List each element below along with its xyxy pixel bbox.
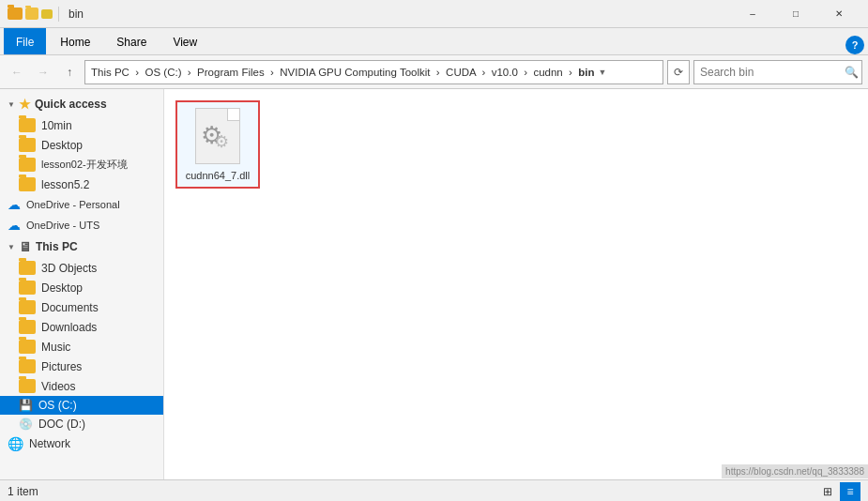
status-right: ⊞ ≡	[817, 482, 860, 501]
sidebar-item-network[interactable]: 🌐 Network	[0, 433, 163, 454]
title-text: bin	[69, 8, 84, 21]
sidebar-section-quick-access[interactable]: ▼ ★ Quick access	[0, 93, 163, 115]
folder-icon	[19, 261, 36, 275]
sidebar-item-3dobjects[interactable]: 3D Objects	[0, 258, 163, 278]
gear-small-icon: ⚙	[214, 131, 229, 152]
sidebar-item-label: 10min	[41, 119, 72, 132]
file-grid: ⚙ ⚙ cudnn64_7.dll	[172, 97, 860, 192]
sidebar-item-label: Network	[29, 437, 70, 450]
sidebar-item-desktop[interactable]: Desktop	[0, 278, 163, 297]
back-button[interactable]: ←	[6, 61, 28, 84]
up-button[interactable]: ↑	[58, 61, 81, 84]
network-icon: 🌐	[8, 436, 23, 451]
tab-file[interactable]: File	[4, 28, 46, 54]
ribbon-tabs: File Home Share View ?	[0, 28, 868, 54]
sidebar-item-label: Desktop	[41, 281, 83, 295]
content-area: ⚙ ⚙ cudnn64_7.dll	[164, 89, 868, 479]
chevron-icon: ▼	[8, 243, 15, 251]
cloud-icon: ☁	[8, 218, 21, 233]
breadcrumb-text: This PC › OS (C:) › Program Files › NVID…	[91, 67, 595, 78]
folder-icon	[19, 177, 36, 191]
main-layout: ▼ ★ Quick access 10min Desktop lesson02-…	[0, 89, 868, 479]
chevron-icon: ▼	[8, 100, 15, 109]
file-item-cudnn[interactable]: ⚙ ⚙ cudnn64_7.dll	[175, 100, 260, 189]
sidebar-item-10min[interactable]: 10min	[0, 115, 163, 135]
sidebar: ▼ ★ Quick access 10min Desktop lesson02-…	[0, 89, 164, 479]
sidebar-item-onedrive-uts[interactable]: ☁ OneDrive - UTS	[0, 215, 163, 235]
refresh-button[interactable]: ⟳	[667, 60, 690, 84]
folder-icon	[19, 379, 36, 393]
drive-d-icon: 💿	[19, 418, 33, 431]
folder-icon	[19, 300, 36, 314]
tab-home[interactable]: Home	[48, 28, 102, 54]
sidebar-item-label: lesson5.2	[41, 178, 89, 191]
window-controls: – □ ✕	[731, 0, 860, 28]
sidebar-item-documents[interactable]: Documents	[0, 297, 163, 317]
sidebar-item-label: Downloads	[41, 321, 97, 334]
sidebar-item-drive-d[interactable]: 💿 DOC (D:)	[0, 415, 163, 433]
title-bar: bin – □ ✕	[0, 0, 868, 28]
pc-icon: 🖥	[19, 239, 32, 254]
file-name: cudnn64_7.dll	[186, 170, 251, 181]
maximize-button[interactable]: □	[774, 0, 817, 28]
sidebar-item-label: Quick access	[35, 98, 107, 111]
ribbon: File Home Share View ?	[0, 28, 868, 55]
sidebar-item-label: OS (C:)	[38, 399, 77, 412]
folder-icon	[19, 158, 36, 172]
address-bar: ← → ↑ This PC › OS (C:) › Program Files …	[0, 55, 868, 89]
cloud-icon: ☁	[8, 197, 21, 212]
forward-button[interactable]: →	[32, 61, 54, 84]
folder-icon	[19, 281, 36, 295]
view-grid-button[interactable]: ⊞	[817, 482, 838, 501]
sidebar-item-music[interactable]: Music	[0, 337, 163, 357]
folder-icon	[19, 340, 36, 354]
dll-file-icon: ⚙ ⚙	[193, 108, 242, 166]
sidebar-item-lesson52[interactable]: lesson5.2	[0, 175, 163, 194]
sidebar-item-drive-c[interactable]: 💾 OS (C:)	[0, 396, 163, 415]
minimize-button[interactable]: –	[731, 0, 774, 28]
sidebar-item-label: Music	[41, 341, 70, 354]
sidebar-item-label: OneDrive - Personal	[26, 199, 120, 210]
sidebar-item-videos[interactable]: Videos	[0, 376, 163, 396]
folder-icon	[19, 359, 36, 373]
folder-icon	[19, 138, 36, 152]
sidebar-item-label: lesson02-开发环境	[41, 158, 128, 172]
sidebar-item-label: Videos	[41, 380, 75, 393]
sidebar-item-label: Desktop	[41, 139, 83, 152]
search-box: 🔍	[693, 60, 862, 84]
search-icon[interactable]: 🔍	[845, 66, 859, 79]
close-button[interactable]: ✕	[817, 0, 860, 28]
tab-share[interactable]: Share	[104, 28, 159, 54]
path-dropdown-arrow[interactable]: ▼	[599, 68, 607, 77]
sidebar-item-onedrive-personal[interactable]: ☁ OneDrive - Personal	[0, 194, 163, 215]
sidebar-item-label: DOC (D:)	[38, 418, 85, 431]
search-input[interactable]	[700, 66, 841, 79]
sidebar-item-label: This PC	[36, 240, 78, 253]
sidebar-item-label: 3D Objects	[41, 262, 97, 275]
sidebar-item-downloads[interactable]: Downloads	[0, 317, 163, 337]
sidebar-item-lesson02[interactable]: lesson02-开发环境	[0, 155, 163, 175]
sidebar-item-label: OneDrive - UTS	[26, 220, 99, 231]
sidebar-section-this-pc[interactable]: ▼ 🖥 This PC	[0, 235, 163, 258]
drive-c-icon: 💾	[19, 399, 33, 412]
sidebar-item-pictures[interactable]: Pictures	[0, 357, 163, 376]
star-icon: ★	[19, 97, 31, 112]
status-bar: 1 item ⊞ ≡	[0, 479, 868, 501]
watermark: https://blog.csdn.net/qq_3833388	[722, 464, 868, 478]
address-path[interactable]: This PC › OS (C:) › Program Files › NVID…	[84, 60, 663, 84]
title-bar-icons	[8, 8, 53, 20]
help-button[interactable]: ?	[845, 36, 864, 54]
view-list-button[interactable]: ≡	[840, 482, 860, 501]
item-count: 1 item	[8, 485, 38, 498]
sidebar-item-desktop-quick[interactable]: Desktop	[0, 135, 163, 155]
sidebar-item-label: Documents	[41, 301, 99, 314]
tab-view[interactable]: View	[160, 28, 209, 54]
folder-icon	[19, 320, 36, 334]
folder-icon	[19, 118, 36, 132]
sidebar-item-label: Pictures	[41, 360, 82, 373]
